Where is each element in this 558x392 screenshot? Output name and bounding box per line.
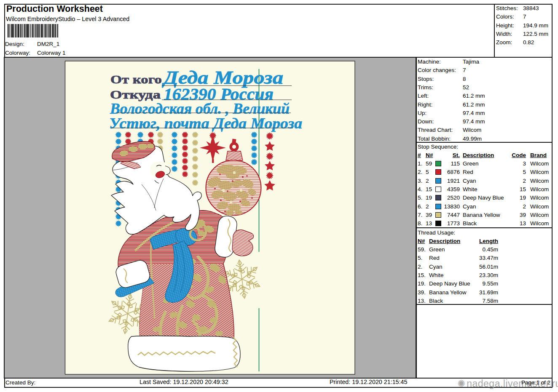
svg-text:Вологодская обл. , Великий: Вологодская обл. , Великий — [110, 101, 290, 117]
svg-text:Устюг, почта Деда Мороза: Устюг, почта Деда Мороза — [109, 115, 302, 132]
svg-text:Откуда: Откуда — [110, 88, 161, 101]
svg-text:От кого: От кого — [110, 73, 162, 86]
